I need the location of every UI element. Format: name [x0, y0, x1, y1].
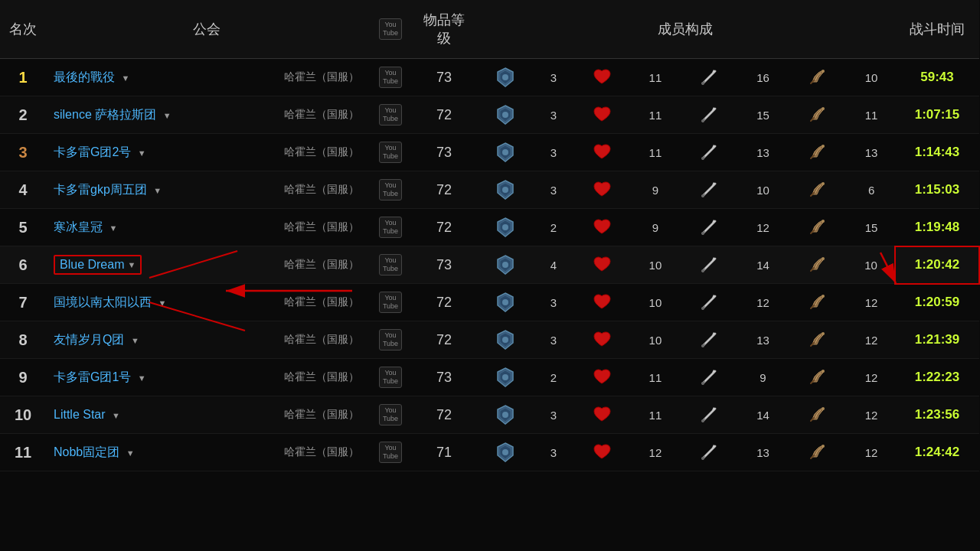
youtube-cell[interactable]: YouTube	[368, 59, 413, 96]
youtube-icon[interactable]: YouTube	[379, 67, 402, 88]
dps-count-cell: 16	[740, 59, 786, 96]
svg-point-47	[502, 262, 508, 268]
youtube-cell[interactable]: YouTube	[368, 171, 413, 209]
youtube-icon[interactable]: YouTube	[379, 217, 402, 238]
ranged-count-cell: 10	[848, 59, 895, 96]
youtube-icon[interactable]: YouTube	[379, 179, 402, 201]
server-cell: 哈霍兰（国服）	[276, 59, 368, 96]
svg-point-79	[701, 382, 704, 385]
svg-point-98	[822, 445, 825, 448]
svg-point-97	[701, 457, 704, 460]
svg-point-11	[502, 112, 508, 118]
dps-count-cell: 12	[740, 284, 786, 321]
dropdown-arrow[interactable]: ▼	[163, 111, 172, 120]
youtube-icon[interactable]: YouTube	[379, 329, 402, 350]
ranged-count-cell: 12	[848, 434, 895, 471]
table-row: 4 卡多雷gkp周五团 ▼ 哈霍兰（国服） YouTube 72 3 9 10 …	[0, 171, 979, 209]
dropdown-arrow[interactable]: ▼	[131, 336, 139, 345]
guild-name-cell: silence 萨格拉斯团 ▼	[46, 96, 276, 134]
guild-name-cell: 友情岁月Q团 ▼	[46, 321, 276, 359]
table-row: 11 Nobb固定团 ▼ 哈霍兰（国服） YouTube 71 3 12 13 …	[0, 434, 979, 471]
youtube-cell[interactable]: YouTube	[368, 134, 413, 171]
item-level-cell: 72	[413, 171, 475, 209]
tank-count-cell: 2	[537, 209, 571, 246]
youtube-icon[interactable]: YouTube	[379, 292, 402, 313]
server-cell: 哈霍兰（国服）	[276, 96, 368, 134]
dropdown-arrow[interactable]: ▼	[112, 411, 120, 420]
guild-name-text: Nobb固定团	[54, 445, 119, 458]
dropdown-arrow[interactable]: ▼	[127, 260, 136, 269]
youtube-cell[interactable]: YouTube	[368, 321, 413, 359]
healer-count-cell: 10	[632, 284, 678, 321]
server-cell: 哈霍兰（国服）	[276, 284, 368, 321]
svg-point-20	[502, 149, 508, 155]
dropdown-arrow[interactable]: ▼	[138, 148, 146, 158]
ranged-count-cell: 12	[848, 359, 895, 396]
dps-icon-cell	[678, 321, 740, 359]
tank-count-cell: 3	[537, 59, 571, 96]
dps-count-cell: 14	[740, 396, 786, 434]
youtube-cell[interactable]: YouTube	[368, 284, 413, 321]
tank-icon-cell	[475, 321, 537, 359]
ranged-icon-cell	[786, 134, 848, 171]
youtube-icon[interactable]: YouTube	[379, 367, 402, 388]
dropdown-arrow[interactable]: ▼	[153, 186, 162, 195]
youtube-cell[interactable]: YouTube	[368, 396, 413, 434]
dropdown-arrow[interactable]: ▼	[109, 223, 117, 233]
svg-point-29	[502, 187, 508, 193]
tank-count-cell: 3	[537, 171, 571, 209]
svg-point-25	[701, 157, 704, 160]
svg-point-34	[701, 194, 704, 197]
youtube-header-icon: YouTube	[379, 18, 402, 40]
ranged-icon-cell	[786, 359, 848, 396]
tank-count-cell: 3	[537, 434, 571, 471]
healer-icon-cell	[570, 171, 632, 209]
ranged-count-cell: 6	[848, 171, 895, 209]
healer-icon-cell	[570, 134, 632, 171]
guild-name-cell: Blue Dream ▼	[46, 246, 276, 284]
server-cell: 哈霍兰（国服）	[276, 434, 368, 471]
ranged-count-cell: 12	[848, 284, 895, 321]
healer-count-cell: 11	[632, 359, 678, 396]
youtube-icon[interactable]: YouTube	[379, 442, 402, 463]
server-cell: 哈霍兰（国服）	[276, 321, 368, 359]
guild-name-cell: 国境以南太阳以西 ▼	[46, 284, 276, 321]
youtube-cell[interactable]: YouTube	[368, 359, 413, 396]
dps-count-cell: 15	[740, 96, 786, 134]
dropdown-arrow[interactable]: ▼	[138, 373, 146, 383]
tank-icon-cell	[475, 246, 537, 284]
youtube-cell[interactable]: YouTube	[368, 209, 413, 246]
svg-point-52	[701, 269, 704, 272]
youtube-cell[interactable]: YouTube	[368, 434, 413, 471]
table-header-row: 名次 公会 YouTube 物品等级 成员构成 战斗时间	[0, 0, 979, 59]
guild-name-text: 国境以南太阳以西	[54, 295, 152, 308]
dropdown-arrow[interactable]: ▼	[158, 298, 166, 308]
ranged-count-cell: 12	[848, 321, 895, 359]
dps-icon-cell	[678, 59, 740, 96]
svg-point-17	[822, 107, 825, 110]
healer-icon-cell	[570, 434, 632, 471]
table-row: 8 友情岁月Q团 ▼ 哈霍兰（国服） YouTube 72 3 10 13 12…	[0, 321, 979, 359]
youtube-icon[interactable]: YouTube	[379, 254, 402, 276]
dropdown-arrow[interactable]: ▼	[126, 448, 135, 458]
dps-count-cell: 14	[740, 246, 786, 284]
dps-icon-cell	[678, 246, 740, 284]
table-row: 7 国境以南太阳以西 ▼ 哈霍兰（国服） YouTube 72 3 10 12 …	[0, 284, 979, 321]
healer-count-cell: 11	[632, 59, 678, 96]
ranged-icon-cell	[786, 59, 848, 96]
guild-name-cell: Nobb固定团 ▼	[46, 434, 276, 471]
guild-name-cell: 最後的戰役 ▼	[46, 59, 276, 96]
ranged-icon-cell	[786, 171, 848, 209]
dropdown-arrow[interactable]: ▼	[121, 73, 129, 83]
youtube-cell[interactable]: YouTube	[368, 96, 413, 134]
ranged-icon-cell	[786, 396, 848, 434]
healer-count-cell: 12	[632, 434, 678, 471]
youtube-icon[interactable]: YouTube	[379, 142, 402, 163]
server-cell: 哈霍兰（国服）	[276, 171, 368, 209]
ranged-count-cell: 12	[848, 396, 895, 434]
youtube-cell[interactable]: YouTube	[368, 246, 413, 284]
youtube-icon[interactable]: YouTube	[379, 404, 402, 425]
guild-name-text: 寒冰皇冠	[54, 220, 103, 233]
dps-icon-cell	[678, 171, 740, 209]
youtube-icon[interactable]: YouTube	[379, 104, 402, 126]
